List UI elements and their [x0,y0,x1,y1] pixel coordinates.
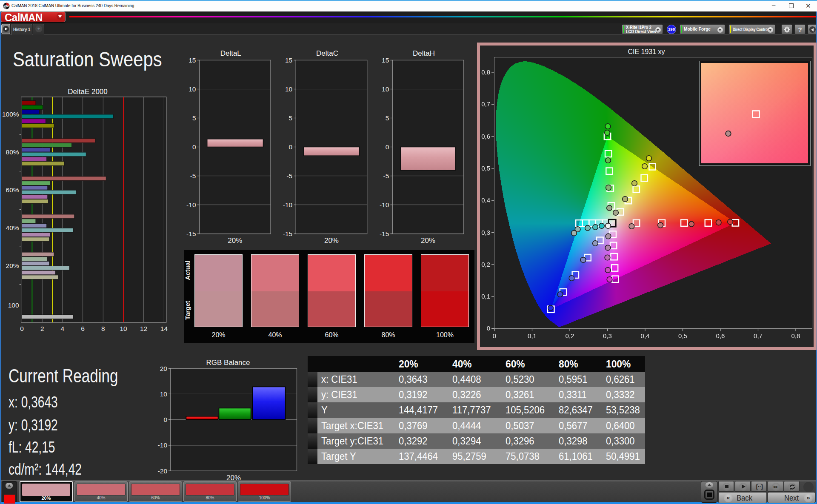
svg-text:-5: -5 [286,172,292,179]
svg-text:0,6: 0,6 [716,332,725,339]
svg-text:10: 10 [189,85,196,93]
svg-text:DeltaL: DeltaL [220,49,241,57]
svg-text:-5: -5 [383,172,389,179]
svg-text:15: 15 [189,57,196,64]
svg-text:0: 0 [493,332,496,339]
svg-text:15: 15 [285,57,292,64]
svg-text:0,5: 0,5 [481,165,490,172]
svg-text:0,7: 0,7 [754,332,763,339]
svg-text:0: 0 [20,325,24,332]
svg-text:-15: -15 [380,230,389,237]
svg-text:10: 10 [120,325,127,332]
svg-text:0,7: 0,7 [481,100,490,108]
svg-text:5: 5 [192,114,196,122]
svg-text:4: 4 [61,325,65,332]
svg-text:100: 100 [8,302,19,309]
svg-text:6: 6 [81,325,85,332]
svg-text:0,1: 0,1 [481,293,490,300]
svg-text:20%: 20% [6,262,19,269]
svg-text:DeltaH: DeltaH [413,49,435,57]
svg-text:-15: -15 [186,230,196,237]
svg-text:DeltaC: DeltaC [316,49,338,57]
svg-text:-10: -10 [158,441,168,449]
svg-text:0: 0 [289,143,293,151]
svg-text:2: 2 [40,325,44,332]
svg-text:0,3: 0,3 [481,229,490,236]
svg-text:0,2: 0,2 [566,332,574,339]
svg-text:60%: 60% [6,186,19,194]
svg-text:40%: 40% [6,224,19,231]
svg-text:0: 0 [487,325,490,332]
svg-text:-20: -20 [158,467,168,475]
svg-text:10: 10 [285,85,293,93]
svg-text:CM: CM [4,5,9,8]
svg-text:20: 20 [160,365,168,372]
svg-text:RGB Balance: RGB Balance [206,359,250,367]
svg-text:5: 5 [289,114,293,122]
svg-text:0,2: 0,2 [481,261,490,268]
svg-text:20%: 20% [324,236,339,245]
svg-text:100%: 100% [2,111,19,118]
svg-text:15: 15 [382,57,389,64]
svg-text:80%: 80% [6,148,19,156]
svg-text:0,4: 0,4 [481,196,490,204]
svg-text:0,3: 0,3 [603,332,612,339]
svg-text:0,1: 0,1 [528,332,537,339]
svg-text:5: 5 [386,114,389,122]
svg-text:0,8: 0,8 [791,332,800,339]
svg-text:DeltaE 2000: DeltaE 2000 [68,88,108,96]
svg-text:0: 0 [163,416,167,423]
svg-text:10: 10 [160,390,168,398]
svg-text:0,5: 0,5 [678,332,687,339]
svg-text:-10: -10 [186,201,196,208]
svg-text:12: 12 [140,325,147,332]
svg-text:8: 8 [101,325,105,332]
svg-text:-5: -5 [190,172,196,179]
svg-text:0: 0 [386,143,389,151]
svg-text:20%: 20% [228,236,242,245]
svg-text:0,4: 0,4 [641,332,650,339]
svg-text:0,8: 0,8 [481,68,490,76]
svg-text:20%: 20% [421,236,435,245]
svg-text:-10: -10 [380,201,389,208]
svg-text:0: 0 [192,143,196,151]
svg-text:-15: -15 [283,230,292,237]
svg-text:10: 10 [382,85,389,93]
svg-text:14: 14 [160,325,168,332]
svg-text:-10: -10 [283,201,293,208]
svg-text:0,6: 0,6 [481,133,490,140]
